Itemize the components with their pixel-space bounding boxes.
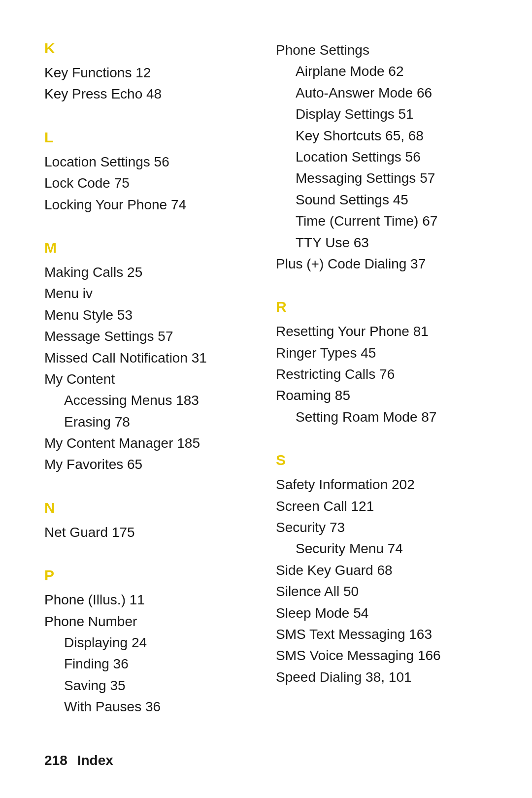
index-entry: Menu Style 53 (44, 304, 256, 326)
left-column: KKey Functions 12Key Press Echo 48LLocat… (44, 39, 256, 759)
page-content: KKey Functions 12Key Press Echo 48LLocat… (0, 0, 532, 798)
index-entry: Lock Code 75 (44, 172, 256, 194)
index-entry: Security Menu 74 (276, 538, 488, 559)
index-entry: Security 73 (276, 517, 488, 538)
index-entry: Silence All 50 (276, 581, 488, 602)
index-entry: My Content Manager 185 (44, 432, 256, 454)
index-entry: Saving 35 (44, 675, 256, 696)
footer-page-number: 218 (44, 753, 67, 768)
index-entry: Auto-Answer Mode 66 (276, 82, 488, 103)
index-entry: Key Functions 12 (44, 62, 256, 83)
index-entry: With Pauses 36 (44, 696, 256, 717)
index-section: Phone SettingsAirplane Mode 62Auto-Answe… (276, 39, 488, 274)
index-entry: Restricting Calls 76 (276, 364, 488, 385)
index-entry: Location Settings 56 (276, 146, 488, 167)
index-entry: Speed Dialing 38, 101 (276, 666, 488, 688)
section-letter: P (44, 566, 256, 584)
index-entry: Phone Number (44, 611, 256, 632)
index-entry: Key Shortcuts 65, 68 (276, 125, 488, 146)
index-entry: Displaying 24 (44, 632, 256, 653)
index-entry: Location Settings 56 (44, 151, 256, 172)
index-entry: Sleep Mode 54 (276, 602, 488, 624)
index-section: MMaking Calls 25Menu ivMenu Style 53Mess… (44, 239, 256, 475)
index-entry: SMS Text Messaging 163 (276, 624, 488, 645)
index-entry: Plus (+) Code Dialing 37 (276, 253, 488, 274)
section-letter: K (44, 39, 256, 57)
index-entry: Screen Call 121 (276, 496, 488, 517)
index-entry: Roaming 85 (276, 385, 488, 406)
index-entry: Making Calls 25 (44, 262, 256, 283)
section-letter: L (44, 129, 256, 146)
index-entry: Display Settings 51 (276, 103, 488, 125)
index-entry: Erasing 78 (44, 411, 256, 432)
section-letter: M (44, 239, 256, 257)
index-section: NNet Guard 175 (44, 499, 256, 543)
index-entry: Sound Settings 45 (276, 189, 488, 210)
index-section: LLocation Settings 56Lock Code 75Locking… (44, 129, 256, 215)
footer-label: Index (77, 753, 113, 768)
index-entry: Phone (Illus.) 11 (44, 589, 256, 610)
index-entry: Time (Current Time) 67 (276, 210, 488, 232)
index-entry: My Content (44, 368, 256, 390)
index-entry: Key Press Echo 48 (44, 83, 256, 104)
index-entry: Safety Information 202 (276, 474, 488, 495)
index-entry: Accessing Menus 183 (44, 390, 256, 411)
index-entry: Setting Roam Mode 87 (276, 406, 488, 428)
index-entry: TTY Use 63 (276, 232, 488, 253)
section-letter: N (44, 499, 256, 517)
index-entry: Airplane Mode 62 (276, 61, 488, 82)
index-entry: Messaging Settings 57 (276, 167, 488, 189)
index-entry: Locking Your Phone 74 (44, 194, 256, 215)
index-section: RResetting Your Phone 81Ringer Types 45R… (276, 298, 488, 428)
section-letter: R (276, 298, 488, 316)
index-entry: Message Settings 57 (44, 326, 256, 347)
index-entry: My Favorites 65 (44, 454, 256, 475)
index-entry: Phone Settings (276, 39, 488, 61)
footer: 218 Index (44, 753, 113, 768)
index-entry: Side Key Guard 68 (276, 560, 488, 581)
index-entry: SMS Voice Messaging 166 (276, 645, 488, 666)
index-entry: Ringer Types 45 (276, 342, 488, 364)
index-entry: Finding 36 (44, 653, 256, 674)
index-section: PPhone (Illus.) 11Phone NumberDisplaying… (44, 566, 256, 717)
index-entry: Missed Call Notification 31 (44, 347, 256, 368)
index-section: KKey Functions 12Key Press Echo 48 (44, 39, 256, 105)
section-letter: S (276, 451, 488, 469)
index-entry: Resetting Your Phone 81 (276, 321, 488, 342)
index-entry: Net Guard 175 (44, 522, 256, 543)
index-section: SSafety Information 202Screen Call 121Se… (276, 451, 488, 688)
index-entry: Menu iv (44, 283, 256, 304)
right-column: Phone SettingsAirplane Mode 62Auto-Answe… (276, 39, 488, 759)
